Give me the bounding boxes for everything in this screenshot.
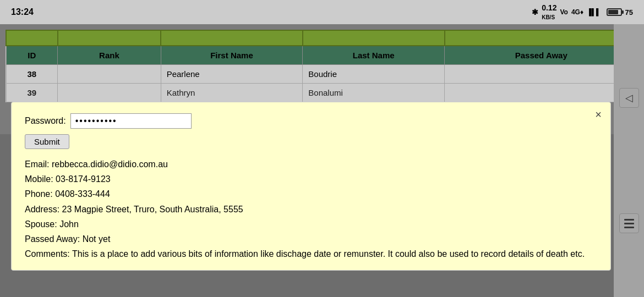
comments-label: Comments: [25,249,72,258]
address-line: Address: 23 Magpie Street, Truro, South … [25,202,597,217]
email-line: Email: rebbecca.didio@didio.com.au [25,157,597,172]
comments-value: This is a place to add various bits of i… [72,249,585,258]
mobile-label: Mobile: [25,174,56,184]
spouse-line: Spouse: John [25,217,597,232]
modal-dialog: × Password: •••••••••• Submit Email: reb… [11,102,611,271]
address-label: Address: [25,205,62,214]
password-input[interactable]: •••••••••• [70,113,192,129]
mobile-line: Mobile: 03-8174-9123 [25,172,597,186]
email-value: rebbecca.didio@didio.com.au [52,160,168,169]
submit-button[interactable]: Submit [25,134,69,149]
passedaway-line: Passed Away: Not yet [25,232,597,246]
spouse-label: Spouse: [25,219,59,229]
passedaway-value: Not yet [83,234,111,244]
mobile-value: 03-8174-9123 [56,174,111,184]
passedaway-label: Passed Away: [25,234,83,244]
modal-close-button[interactable]: × [595,109,602,120]
phone-value: 0408-333-444 [55,189,110,199]
password-label: Password: [25,114,66,128]
comments-line: Comments: This is a place to add various… [25,246,597,261]
phone-line: Phone: 0408-333-444 [25,186,597,201]
modal-info: Email: rebbecca.didio@didio.com.au Mobil… [25,157,597,261]
password-row: Password: •••••••••• [25,113,597,129]
phone-label: Phone: [25,189,55,199]
spouse-value: John [59,219,79,229]
address-value: 23 Magpie Street, Truro, South Australia… [62,205,243,214]
email-label: Email: [25,160,52,169]
